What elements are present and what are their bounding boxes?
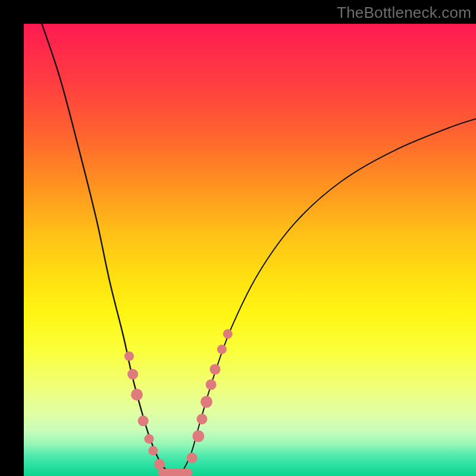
watermark-text: TheBottleneck.com	[337, 4, 471, 22]
data-marker	[206, 379, 217, 390]
data-marker	[148, 446, 158, 455]
data-marker	[127, 369, 138, 380]
data-marker	[187, 453, 198, 464]
data-marker	[223, 329, 233, 339]
data-marker	[196, 414, 207, 424]
data-marker	[138, 415, 149, 426]
data-marker	[145, 434, 154, 444]
data-marker	[217, 345, 227, 354]
chart-frame: TheBottleneck.com	[0, 0, 476, 476]
data-marker	[124, 352, 134, 361]
data-marker	[154, 459, 165, 469]
curve-left-branch	[42, 24, 168, 472]
markers-right	[187, 329, 233, 463]
data-marker	[192, 430, 204, 442]
chart-svg	[24, 24, 476, 476]
data-marker	[131, 389, 143, 400]
data-marker	[209, 364, 220, 375]
curve-right-branch	[182, 119, 476, 472]
plot-area	[24, 24, 476, 476]
data-marker	[201, 396, 212, 408]
